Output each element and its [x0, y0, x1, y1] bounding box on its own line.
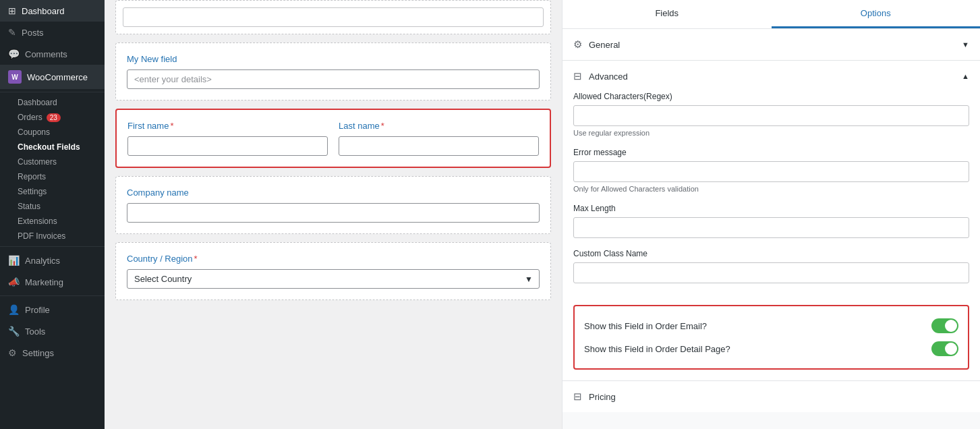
sidebar-label-analytics: Analytics — [25, 256, 60, 266]
sidebar-item-dashboard-sub[interactable]: Dashboard — [0, 95, 105, 110]
sidebar-label-marketing: Marketing — [25, 277, 63, 287]
general-chevron-down-icon: ▼ — [962, 40, 969, 49]
custom-class-group: Custom Class Name — [573, 249, 969, 283]
sidebar-item-coupons[interactable]: Coupons — [0, 125, 105, 140]
dashboard-icon: ⊞ — [8, 5, 16, 16]
comments-icon: 💬 — [8, 49, 20, 59]
error-message-input[interactable] — [573, 161, 969, 182]
first-name-label: First name* — [127, 121, 328, 131]
name-row-card: First name* Last name* — [115, 109, 551, 168]
last-name-input[interactable] — [339, 136, 539, 156]
settings-icon: ⚙ — [8, 347, 17, 358]
error-message-label: Error message — [573, 148, 969, 157]
sidebar-item-checkout-fields[interactable]: Checkout Fields — [0, 140, 105, 154]
profile-icon: 👤 — [8, 304, 20, 315]
sidebar-item-posts[interactable]: ✎ Posts — [0, 22, 105, 43]
orders-badge: 23 — [47, 113, 61, 122]
sidebar-label-posts: Posts — [22, 28, 44, 38]
last-name-label: Last name* — [339, 121, 539, 131]
sidebar-item-customers[interactable]: Customers — [0, 154, 105, 169]
top-field-input[interactable] — [123, 7, 544, 27]
pricing-header[interactable]: ⊟ Pricing — [563, 381, 980, 412]
max-length-input[interactable] — [573, 217, 969, 238]
country-region-label: Country / Region* — [127, 254, 540, 264]
sidebar: ⊞ Dashboard ✎ Posts 💬 Comments W WooComm… — [0, 0, 105, 429]
country-required: * — [194, 254, 198, 264]
advanced-chevron-up-icon: ▲ — [962, 72, 969, 80]
order-detail-toggle-row: Show this Field in Order Detail Page? — [584, 337, 958, 360]
sidebar-item-comments[interactable]: 💬 Comments — [0, 43, 105, 65]
pricing-section: ⊟ Pricing — [563, 380, 980, 412]
advanced-title: Advanced — [589, 72, 955, 82]
sidebar-label-comments: Comments — [25, 49, 67, 59]
allowed-chars-group: Allowed Characters(Regex) Use regular ex… — [573, 92, 969, 137]
my-new-field-label: My New field — [127, 54, 540, 64]
order-email-toggle-row: Show this Field in Order Email? — [584, 314, 958, 337]
toggle-section: Show this Field in Order Email? Show thi… — [573, 305, 969, 370]
general-accordion-header[interactable]: ⚙ General ▼ — [563, 29, 980, 60]
sidebar-item-extensions[interactable]: Extensions — [0, 214, 105, 229]
max-length-group: Max Length — [573, 204, 969, 238]
allowed-chars-label: Allowed Characters(Regex) — [573, 92, 969, 101]
last-name-required: * — [381, 121, 384, 131]
sidebar-item-dashboard-main[interactable]: ⊞ Dashboard — [0, 0, 105, 22]
sidebar-item-woocommerce[interactable]: W WooCommerce — [0, 65, 105, 89]
company-name-label: Company name — [127, 188, 540, 198]
tab-fields[interactable]: Fields — [563, 0, 772, 28]
first-name-input[interactable] — [127, 136, 328, 156]
allowed-chars-input[interactable] — [573, 105, 969, 126]
advanced-accordion-header[interactable]: ⊟ Advanced ▲ — [563, 61, 980, 92]
advanced-accordion: ⊟ Advanced ▲ Allowed Characters(Regex) U… — [563, 61, 980, 380]
country-select[interactable]: Select Country — [127, 269, 540, 289]
general-accordion: ⚙ General ▼ — [563, 29, 980, 61]
top-input-card — [115, 0, 551, 34]
last-name-col: Last name* — [339, 121, 539, 156]
error-message-group: Error message Only for Allowed Character… — [573, 148, 969, 193]
sidebar-item-settings-main[interactable]: ⚙ Settings — [0, 342, 105, 364]
sidebar-item-tools[interactable]: 🔧 Tools — [0, 320, 105, 342]
posts-icon: ✎ — [8, 27, 16, 38]
first-name-col: First name* — [127, 121, 328, 156]
order-detail-toggle[interactable] — [931, 341, 958, 356]
pricing-title: Pricing — [589, 392, 616, 402]
gear-icon: ⚙ — [573, 38, 582, 51]
company-name-card: Company name — [115, 176, 551, 234]
sidebar-label-woocommerce: WooCommerce — [27, 72, 88, 82]
first-name-required: * — [170, 121, 173, 131]
sidebar-label-tools: Tools — [25, 326, 45, 337]
sidebar-item-pdf-invoices[interactable]: PDF Invoices — [0, 229, 105, 244]
center-panel: My New field First name* Last name* — [105, 0, 562, 429]
sidebar-label-dashboard: Dashboard — [22, 6, 65, 16]
sidebar-item-orders[interactable]: Orders 23 — [0, 110, 105, 125]
name-row: First name* Last name* — [127, 121, 539, 156]
sidebar-item-marketing[interactable]: 📣 Marketing — [0, 271, 105, 293]
company-name-input[interactable] — [127, 203, 540, 223]
advanced-accordion-body: Allowed Characters(Regex) Use regular ex… — [563, 92, 980, 305]
sidebar-label-profile: Profile — [25, 305, 50, 315]
general-title: General — [589, 40, 955, 50]
panel-tabs: Fields Options — [563, 0, 980, 29]
pricing-icon: ⊟ — [573, 391, 582, 403]
woo-icon: W — [8, 70, 22, 84]
sidebar-item-settings[interactable]: Settings — [0, 184, 105, 199]
analytics-icon: 📊 — [8, 255, 20, 266]
order-email-toggle[interactable] — [931, 318, 958, 333]
right-panel: Fields Options ⚙ General ▼ ⊟ Advanced ▲ — [562, 0, 980, 429]
tab-options[interactable]: Options — [772, 0, 981, 28]
sidebar-item-status[interactable]: Status — [0, 199, 105, 214]
tools-icon: 🔧 — [8, 326, 20, 337]
error-message-helper: Only for Allowed Characters validation — [573, 185, 969, 193]
order-email-label: Show this Field in Order Email? — [584, 321, 707, 331]
sidebar-item-profile[interactable]: 👤 Profile — [0, 299, 105, 320]
custom-class-label: Custom Class Name — [573, 249, 969, 258]
country-select-wrapper: Select Country ▼ — [127, 269, 540, 289]
sidebar-item-reports[interactable]: Reports — [0, 169, 105, 184]
custom-class-input[interactable] — [573, 262, 969, 283]
my-new-field-input[interactable] — [127, 69, 540, 89]
sliders-icon: ⊟ — [573, 70, 582, 82]
allowed-chars-helper: Use regular expression — [573, 129, 969, 137]
max-length-label: Max Length — [573, 204, 969, 213]
marketing-icon: 📣 — [8, 277, 20, 287]
sidebar-item-analytics[interactable]: 📊 Analytics — [0, 250, 105, 271]
country-region-card: Country / Region* Select Country ▼ — [115, 242, 551, 300]
